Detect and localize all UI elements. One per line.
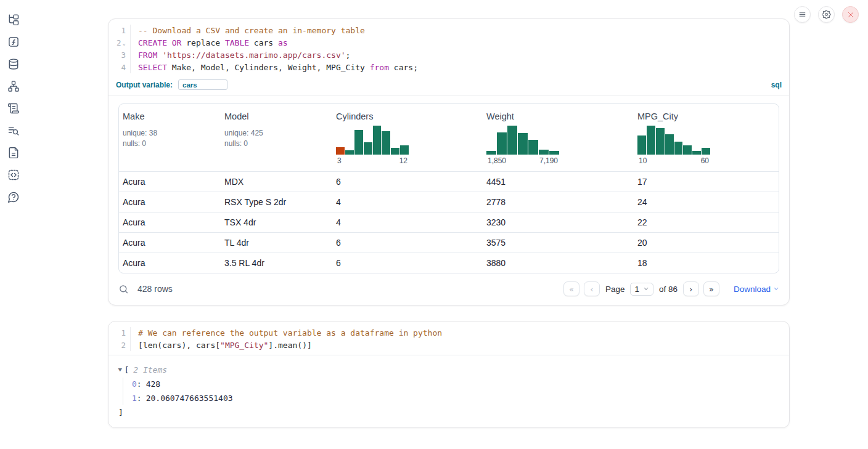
table-cell: 18 (634, 258, 779, 268)
table-row[interactable]: AcuraTSX 4dr4323022 (119, 212, 779, 232)
sql-cell: 1-- Download a CSV and create an in-memo… (108, 18, 790, 305)
histogram-bar[interactable] (549, 151, 559, 155)
column-label: MPG_City (637, 111, 775, 121)
python-code-editor[interactable]: 1# We can reference the output variable … (108, 322, 789, 355)
column-histogram: 1060 (637, 126, 710, 165)
next-page-button[interactable]: › (683, 281, 699, 296)
table-cell: 3575 (483, 238, 634, 248)
histogram-min-label: 10 (639, 156, 647, 165)
table-row[interactable]: AcuraTL 4dr6357520 (119, 232, 779, 253)
collapse-chevron-icon[interactable]: ▼ (118, 364, 122, 376)
sql-code-editor[interactable]: 1-- Download a CSV and create an in-memo… (108, 19, 789, 77)
column-label: Make (123, 111, 217, 121)
sidebar-button-snippets[interactable] (6, 168, 21, 182)
code-line[interactable]: 4SELECT Make, Model, Cylinders, Weight, … (108, 62, 789, 74)
items-count-label: 2 Items (133, 364, 167, 376)
prev-page-button[interactable]: ‹ (584, 281, 600, 296)
table-cell: 4 (332, 217, 483, 227)
column-header-model[interactable]: Modelunique: 425nulls: 0 (221, 104, 332, 171)
line-number: 2⌄ (108, 37, 131, 50)
fold-chevron-icon[interactable]: ⌄ (123, 40, 126, 46)
open-bracket: [ (124, 364, 129, 376)
code-line[interactable]: 1-- Download a CSV and create an in-memo… (108, 25, 789, 37)
column-header-weight[interactable]: Weight1,8507,190 (483, 104, 634, 171)
table-cell: Acura (119, 258, 221, 268)
table-cell: 2778 (483, 197, 634, 207)
chevron-down-icon (773, 286, 779, 292)
histogram-bar[interactable] (382, 131, 390, 155)
sidebar-button-database[interactable] (6, 57, 21, 71)
histogram-bar[interactable] (345, 150, 354, 155)
settings-button[interactable] (818, 6, 835, 23)
histogram-bar[interactable] (692, 151, 701, 155)
histogram-bar[interactable] (400, 145, 409, 155)
language-badge: sql (771, 81, 782, 89)
tree-entry: 0:428 (132, 378, 779, 392)
code-line[interactable]: 2⌄CREATE OR replace TABLE cars as (108, 37, 789, 50)
histogram-bar[interactable] (702, 148, 710, 155)
histogram-bar[interactable] (656, 128, 665, 155)
histogram-bar[interactable] (539, 150, 549, 155)
scratchpad-icon (7, 102, 20, 115)
sidebar-button-documentation[interactable] (6, 146, 21, 160)
histogram-bar[interactable] (354, 130, 363, 155)
sql-cell-output: Makeunique: 38nulls: 0Modelunique: 425nu… (108, 95, 789, 305)
histogram-bar[interactable] (486, 151, 496, 155)
column-label: Cylinders (336, 111, 479, 121)
histogram-bar[interactable] (391, 148, 399, 155)
download-link[interactable]: Download (734, 285, 779, 294)
column-header-mpg_city[interactable]: MPG_City1060 (634, 104, 779, 171)
histogram-bar[interactable] (647, 126, 655, 155)
histogram-bar[interactable] (507, 126, 517, 155)
table-row[interactable]: AcuraMDX6445117 (119, 171, 779, 192)
search-icon (118, 284, 129, 294)
first-page-button[interactable]: « (563, 281, 579, 296)
histogram-max-label: 7,190 (539, 156, 558, 165)
tree-entries: 0:4281:20.060747663551403 (123, 378, 779, 405)
tree-entry-value: 428 (146, 379, 160, 389)
page-label: Page (605, 285, 625, 294)
histogram-bar[interactable] (528, 140, 538, 155)
sidebar-button-scratchpad[interactable] (6, 102, 21, 115)
histogram-bar[interactable] (683, 145, 692, 155)
table-cell: RSX Type S 2dr (221, 197, 332, 207)
sidebar-button-functions[interactable] (6, 35, 21, 49)
table-cell: 6 (332, 258, 483, 268)
download-label: Download (734, 285, 771, 294)
table-cell: 20 (634, 238, 779, 248)
table-cell: 6 (332, 238, 483, 248)
histogram-bar[interactable] (674, 142, 683, 155)
sidebar-button-file-tree[interactable] (6, 13, 21, 26)
window-controls (794, 6, 859, 23)
histogram-bar[interactable] (497, 132, 507, 155)
pagination: « ‹ Page 1 of 86 › » Download (563, 281, 779, 296)
histogram-bar[interactable] (336, 147, 345, 155)
last-page-button[interactable]: » (703, 281, 719, 296)
output-variable-bar: Output variable: sql (108, 77, 789, 95)
table-header-row: Makeunique: 38nulls: 0Modelunique: 425nu… (119, 104, 779, 171)
code-line[interactable]: 3FROM 'https://datasets.marimo.app/cars.… (108, 49, 789, 62)
menu-button[interactable] (794, 6, 811, 23)
table-row[interactable]: Acura3.5 RL 4dr6388018 (119, 253, 779, 273)
histogram-bar[interactable] (637, 136, 646, 155)
gear-icon (822, 10, 831, 19)
histogram-bar[interactable] (373, 126, 382, 155)
sidebar-button-help[interactable] (6, 190, 21, 204)
sidebar-button-dependency-graph[interactable] (6, 79, 21, 93)
histogram-bar[interactable] (364, 142, 372, 155)
table-search-button[interactable] (118, 284, 129, 294)
histogram-bar[interactable] (518, 133, 528, 155)
column-header-make[interactable]: Makeunique: 38nulls: 0 (119, 104, 221, 171)
code-line[interactable]: 1# We can reference the output variable … (108, 327, 789, 339)
table-row[interactable]: AcuraRSX Type S 2dr4277824 (119, 192, 779, 212)
shutdown-button[interactable] (842, 6, 859, 23)
file-tree-icon (7, 14, 20, 26)
sidebar-button-logs[interactable] (6, 124, 21, 137)
histogram-min-label: 1,850 (488, 156, 506, 165)
page-select[interactable]: 1 (630, 283, 653, 296)
column-label: Model (224, 111, 329, 121)
column-header-cylinders[interactable]: Cylinders312 (332, 104, 483, 171)
histogram-bar[interactable] (665, 134, 674, 155)
code-line[interactable]: 2[len(cars), cars["MPG_City"].mean()] (108, 339, 789, 352)
output-variable-input[interactable] (178, 79, 227, 90)
